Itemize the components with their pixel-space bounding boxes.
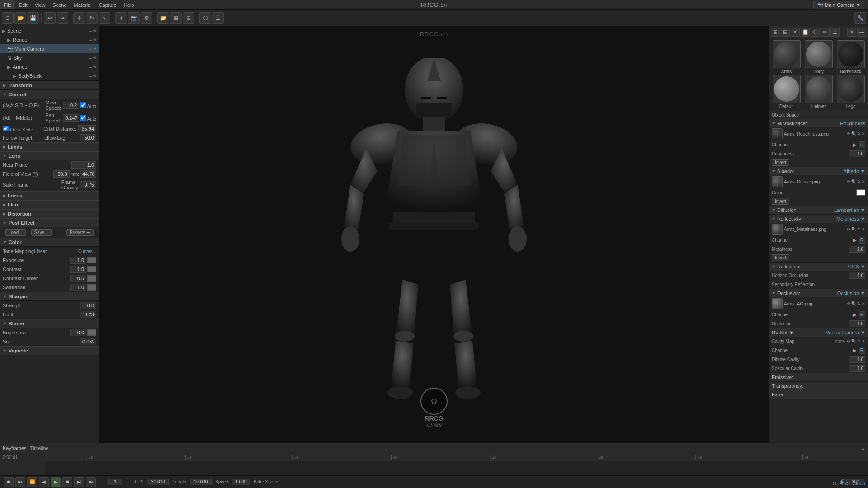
occ-clear-icon[interactable]: ✕: [862, 301, 865, 306]
pan-speed-input[interactable]: [63, 114, 79, 122]
diffusion-header[interactable]: ▼ Diffusion: Lambertian ▼: [769, 206, 868, 214]
transform-header[interactable]: ▶ Transform: [0, 81, 99, 90]
roughness-value-input[interactable]: [849, 150, 865, 157]
follow-lag-input[interactable]: [80, 134, 96, 141]
toolbar-btn-undo[interactable]: ↩: [44, 12, 56, 24]
orbit-style-checkbox[interactable]: [3, 126, 9, 131]
uv-header[interactable]: UV Set ▼ Vertex Camera ▼: [769, 328, 868, 337]
contrast-input[interactable]: [70, 266, 86, 273]
curves-btn[interactable]: Curves...: [78, 249, 96, 254]
presets-button[interactable]: Presets ☰: [66, 229, 94, 236]
roughness-settings-icon[interactable]: ⚙: [847, 131, 850, 136]
toolbar-btn-render[interactable]: ⬡: [199, 12, 211, 24]
size-input[interactable]: [80, 338, 96, 345]
cav-refresh-icon[interactable]: ↻: [857, 339, 861, 343]
play-prev-btn[interactable]: ◀: [39, 477, 49, 487]
brightness-swatch[interactable]: [87, 329, 96, 336]
cav-search-icon[interactable]: 🔍: [851, 339, 856, 343]
rp-btn1[interactable]: ⊞: [771, 28, 780, 37]
color-header[interactable]: ▼ Color: [0, 238, 99, 247]
toolbar-btn-folder[interactable]: 📁: [157, 12, 169, 24]
toolbar-btn-camera2[interactable]: 📷: [128, 12, 140, 24]
metalness-invert-btn[interactable]: Invert: [772, 254, 789, 261]
roughness-search-icon[interactable]: 🔍: [851, 131, 856, 136]
occ-value-input[interactable]: [849, 320, 865, 327]
eye-icon-cam[interactable]: 👁: [93, 47, 97, 51]
occ-settings-icon[interactable]: ⚙: [847, 301, 850, 306]
metal-clear-icon[interactable]: ✕: [862, 227, 865, 231]
material-helmet[interactable]: Helmet: [803, 75, 834, 109]
saturation-input[interactable]: [70, 284, 86, 291]
play-step-back-btn[interactable]: ⏪: [27, 477, 37, 487]
rp-btn4[interactable]: 📋: [801, 28, 810, 37]
material-body[interactable]: Body: [803, 40, 834, 74]
frame-opacity-input[interactable]: [80, 181, 96, 188]
rp-btn6[interactable]: ✏: [821, 28, 830, 37]
play-record-btn[interactable]: ⏺: [4, 477, 14, 487]
camera-selector[interactable]: 📷 Main Camera ▼: [813, 1, 864, 9]
roughness-refresh-icon[interactable]: ↻: [857, 131, 861, 136]
sharpen-limit-input[interactable]: [80, 311, 96, 318]
focus-header[interactable]: ▶ Focus: [0, 191, 99, 200]
emissive-header[interactable]: Emissive:: [769, 373, 868, 381]
toolbar-btn-import[interactable]: ⊟: [183, 12, 194, 24]
vignette-header[interactable]: ▼ Vignette: [0, 346, 99, 355]
albedo-clear-icon[interactable]: ✕: [862, 179, 865, 184]
orbit-dist-input[interactable]: [78, 125, 96, 132]
menu-scene[interactable]: Scene: [49, 0, 70, 9]
cloud-icon-armour[interactable]: ☁: [88, 65, 92, 69]
metal-search-icon[interactable]: 🔍: [851, 227, 856, 231]
rp-min-btn[interactable]: —: [857, 28, 866, 37]
metal-refresh-icon[interactable]: ↻: [857, 227, 861, 231]
albedo-header[interactable]: ▼ Albedo: Albedo ▼: [769, 167, 868, 175]
rp-close-btn[interactable]: ✕: [847, 28, 856, 37]
contrast-swatch[interactable]: [87, 266, 96, 272]
play-prev-key-btn[interactable]: ⏮: [15, 477, 25, 487]
frame-input[interactable]: [108, 479, 122, 485]
contrast-center-input[interactable]: [70, 275, 86, 282]
toolbar-btn-export[interactable]: ⊞: [170, 12, 182, 24]
fov-input[interactable]: [53, 170, 70, 178]
menu-material[interactable]: Material: [71, 0, 95, 9]
sharpen-header[interactable]: ▼ Sharpen: [0, 292, 99, 301]
tree-item-camera[interactable]: 📷 Main Camera ☁ 👁: [0, 44, 99, 53]
cc-swatch[interactable]: [87, 275, 96, 282]
cloud-icon-scene[interactable]: ☁: [88, 28, 92, 33]
lens-header[interactable]: ▼ Lens: [0, 151, 99, 160]
rp-btn7[interactable]: ☰: [830, 28, 840, 37]
toolbar-btn-open[interactable]: 📂: [14, 12, 26, 24]
post-effect-header[interactable]: ▼ Post Effect: [0, 218, 99, 227]
eye-icon-sky[interactable]: 👁: [93, 56, 97, 60]
cloud-icon-render[interactable]: ☁: [88, 38, 92, 42]
distortion-header[interactable]: ▶ Distortion: [0, 209, 99, 218]
albedo-invert-btn[interactable]: Invert: [772, 198, 789, 205]
exposure-swatch[interactable]: [87, 257, 96, 263]
eye-icon-render[interactable]: 👁: [93, 38, 97, 42]
cloud-icon-sky[interactable]: ☁: [88, 56, 92, 60]
bloom-header[interactable]: ▼ Bloom: [0, 319, 99, 328]
play-stop-btn[interactable]: ⏹: [62, 477, 72, 487]
rp-btn5[interactable]: ⬡: [811, 28, 820, 37]
exposure-input[interactable]: [70, 257, 86, 264]
menu-file[interactable]: File: [0, 0, 15, 9]
fps-input[interactable]: [147, 479, 169, 485]
toolbar-btn-save[interactable]: 💾: [27, 12, 39, 24]
toolbar-btn-scale[interactable]: ⤡: [99, 12, 110, 24]
brightness-input[interactable]: [70, 329, 86, 336]
toolbar-btn-settings[interactable]: ⚙: [141, 12, 152, 24]
sharpen-strength-input[interactable]: [80, 302, 96, 309]
viewport[interactable]: RRCG.cn: [99, 26, 769, 443]
play-btn[interactable]: ▶: [51, 477, 61, 487]
toolbar-btn-redo[interactable]: ↪: [57, 12, 68, 24]
cav-clear-icon[interactable]: ✕: [862, 339, 865, 343]
menu-edit[interactable]: Edit: [15, 0, 31, 9]
play-next-btn[interactable]: ▶|: [74, 477, 84, 487]
toolbar-btn-move[interactable]: ✛: [73, 12, 85, 24]
tree-item-armour[interactable]: ▶ Armour ☁ 👁: [0, 62, 99, 71]
albedo-settings-icon[interactable]: ⚙: [847, 179, 850, 184]
tree-item-scene[interactable]: ▶ Scene ☁ 👁: [0, 26, 99, 35]
eye-icon-scene[interactable]: 👁: [93, 28, 97, 33]
rp-btn2[interactable]: ⊟: [781, 28, 790, 37]
tree-item-bodybk[interactable]: ▶ BodyBlack ☁ 👁: [0, 71, 99, 80]
eye-icon-armour[interactable]: 👁: [93, 65, 97, 69]
